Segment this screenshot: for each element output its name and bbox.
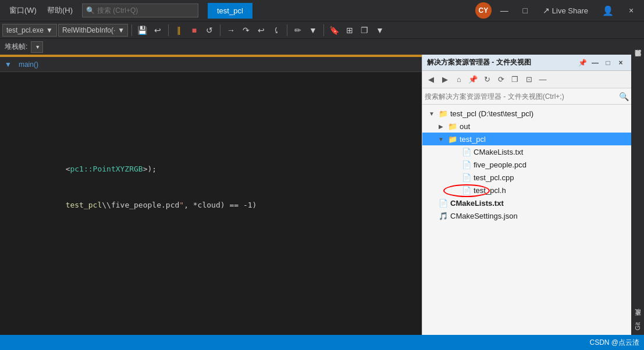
fe-properties-btn[interactable]: ⊡: [522, 73, 535, 86]
menu-window[interactable]: 窗口(W): [5, 3, 41, 18]
code-text-2: test_pcl\\five_people.pcd", *cloud) == -…: [66, 201, 257, 209]
separator-4: [287, 24, 287, 36]
toolbar-jump[interactable]: ⤹: [269, 23, 283, 37]
main-toolbar: test_pcl.exe ▼ RelWithDebInfo(· ▼ 💾 ↩ ‖ …: [0, 21, 644, 38]
tree-label-cmake-outer: CMakeLists.txt: [450, 199, 504, 208]
separator-3: [220, 24, 220, 36]
exe-dropdown[interactable]: test_pcl.exe ▼: [2, 24, 57, 37]
fe-copy-btn[interactable]: ❐: [508, 73, 521, 86]
tree-arrow-out: ▶: [436, 122, 446, 131]
fe-minimize-btn[interactable]: —: [589, 57, 601, 69]
tree-arrow-root: ▼: [427, 109, 436, 118]
fe-title-controls: 📌 — □ ×: [577, 57, 627, 69]
toolbar-thread[interactable]: ⊞: [343, 23, 357, 37]
breadcrumb: ▼ main(): [0, 57, 422, 72]
stack-frame-label: 堆栈帧:: [2, 42, 30, 52]
debug-toolbar: 堆栈帧: ▼: [0, 38, 644, 55]
tree-item-test-pcl-cpp[interactable]: ▶ 📄 test_pcl.cpp: [422, 171, 631, 184]
tree-label-test-pcl: test_pcl: [460, 135, 486, 144]
fe-home-btn[interactable]: ⌂: [453, 73, 465, 86]
menu-bar: 窗口(W) 帮助(H): [5, 3, 77, 18]
toolbar-bookmark[interactable]: 🔖: [328, 23, 341, 37]
title-bar: 窗口(W) 帮助(H) 🔍 test_pcl CY — □ ↗ Live Sha…: [0, 0, 644, 21]
toolbar-dropdown-2[interactable]: ▼: [373, 23, 387, 37]
tree-item-out[interactable]: ▶ 📁 out: [422, 120, 631, 133]
toolbar-restart[interactable]: ↺: [202, 23, 216, 37]
close-button[interactable]: ×: [623, 2, 639, 19]
tree-item-root[interactable]: ▼ 📁 test_pcl (D:\test\test_pcl): [422, 107, 631, 120]
fe-back-btn[interactable]: ◀: [425, 73, 437, 86]
profile-icon[interactable]: 👤: [597, 3, 618, 19]
code-editor[interactable]: ▼ main() <pc1::PointXYZRGB>); test_pcl\\…: [0, 55, 422, 335]
code-content: <pc1::PointXYZRGB>); test_pcl\\five_peop…: [0, 72, 422, 233]
tree-item-five-people[interactable]: ▶ 📄 five_people.pcd: [422, 158, 631, 171]
toolbar-pause[interactable]: ‖: [172, 23, 186, 37]
config-label: RelWithDebInfo(·: [62, 26, 115, 34]
config-dropdown[interactable]: RelWithDebInfo(· ▼: [58, 24, 128, 37]
tree-label-cmake-inner: CMakeLists.txt: [474, 148, 523, 156]
title-bar-right: CY — □ ↗ Live Share 👤 ×: [475, 2, 639, 19]
rs-tab-explorer[interactable]: 解决方案资源管理器: [632, 57, 643, 66]
toolbar-dropdown-1[interactable]: ▼: [306, 23, 320, 37]
file-icon-cmake-outer: 📄: [439, 199, 448, 208]
exe-dropdown-arrow: ▼: [46, 26, 53, 34]
toolbar-process[interactable]: ❐: [358, 23, 372, 37]
fe-close-btn[interactable]: ×: [615, 57, 627, 69]
search-input[interactable]: [97, 6, 184, 15]
toolbar-step-into[interactable]: ↷: [239, 23, 253, 37]
tree-item-test-pcl-folder[interactable]: ▼ 📁 test_pcl: [422, 133, 631, 145]
toolbar-step-over[interactable]: →: [224, 23, 238, 37]
file-icon-h: 📄: [462, 186, 471, 195]
status-bar: CSDN @点云渣: [0, 335, 644, 350]
separator-2: [168, 24, 169, 36]
tree-item-cmakelists-inner[interactable]: ▶ 📄 CMakeLists.txt: [422, 145, 631, 158]
exe-label: test_pcl.exe: [6, 26, 44, 34]
menu-help[interactable]: 帮助(H): [42, 3, 77, 18]
active-tab[interactable]: test_pcl: [208, 3, 252, 19]
fe-search-input[interactable]: [425, 92, 617, 101]
fe-tree: ▼ 📁 test_pcl (D:\test\test_pcl) ▶ 📁 out …: [422, 105, 631, 335]
live-share-button[interactable]: ↗ Live Share: [538, 3, 593, 17]
tree-label-out: out: [460, 122, 470, 131]
toolbar-stop[interactable]: ■: [187, 23, 201, 37]
toolbar-save[interactable]: 💾: [136, 23, 150, 37]
rs-tab-git[interactable]: Git 更改: [632, 316, 643, 335]
tree-item-test-pcl-h[interactable]: ▶ 📄 test_pcl.h: [422, 184, 631, 197]
stack-frame-arrow: ▼: [35, 44, 40, 50]
fe-pin-item-btn[interactable]: 📌: [467, 73, 479, 86]
tree-label-h: test_pcl.h: [474, 186, 506, 195]
code-text-1: <pc1::PointXYZRGB>);: [66, 165, 157, 173]
toolbar-undo[interactable]: ↩: [151, 23, 165, 37]
folder-icon-root: 📁: [439, 109, 448, 118]
fe-refresh-btn[interactable]: ↻: [481, 73, 493, 86]
fe-separator-btn[interactable]: —: [536, 73, 549, 86]
file-explorer-panel: 解决方案资源管理器 - 文件夹视图 📌 — □ × ◀ ▶ ⌂ 📌 ↻ ⟳ ❐ …: [422, 55, 631, 335]
status-right: CSDN @点云渣: [589, 338, 639, 348]
folder-icon-test-pcl: 📁: [448, 135, 457, 144]
fe-toolbar: ◀ ▶ ⌂ 📌 ↻ ⟳ ❐ ⊡ —: [422, 71, 631, 88]
breadcrumb-dropdown[interactable]: ▼: [5, 60, 12, 69]
fe-maximize-btn[interactable]: □: [602, 57, 614, 69]
tree-item-cmake-settings[interactable]: ▶ 🎵 CMakeSettings.json: [422, 209, 631, 222]
search-box[interactable]: 🔍: [82, 3, 198, 17]
minimize-button[interactable]: —: [496, 2, 513, 19]
tree-label-five-people: five_people.pcd: [474, 160, 526, 169]
fe-search-bar: 🔍: [422, 88, 631, 105]
config-dropdown-arrow: ▼: [118, 26, 124, 34]
stack-frame-dropdown[interactable]: ▼: [31, 41, 43, 53]
tree-item-cmakelists-outer[interactable]: ▶ 📄 CMakeLists.txt: [422, 197, 631, 209]
tree-label-cpp: test_pcl.cpp: [474, 173, 514, 182]
toolbar-step-out[interactable]: ↩: [254, 23, 268, 37]
fe-sync-btn[interactable]: ⟳: [494, 73, 507, 86]
fe-forward-btn[interactable]: ▶: [439, 73, 451, 86]
tree-arrow-test-pcl: ▼: [436, 134, 446, 144]
fe-search-icon: 🔍: [619, 92, 629, 101]
fe-title: 解决方案资源管理器 - 文件夹视图: [427, 58, 531, 67]
toolbar-edit[interactable]: ✏: [291, 23, 305, 37]
fe-pin-btn[interactable]: 📌: [577, 57, 588, 69]
folder-icon-out: 📁: [448, 122, 457, 131]
breadcrumb-function: main(): [19, 60, 38, 69]
separator-1: [131, 24, 132, 36]
file-icon-cpp: 📄: [462, 173, 471, 182]
maximize-button[interactable]: □: [517, 2, 533, 19]
